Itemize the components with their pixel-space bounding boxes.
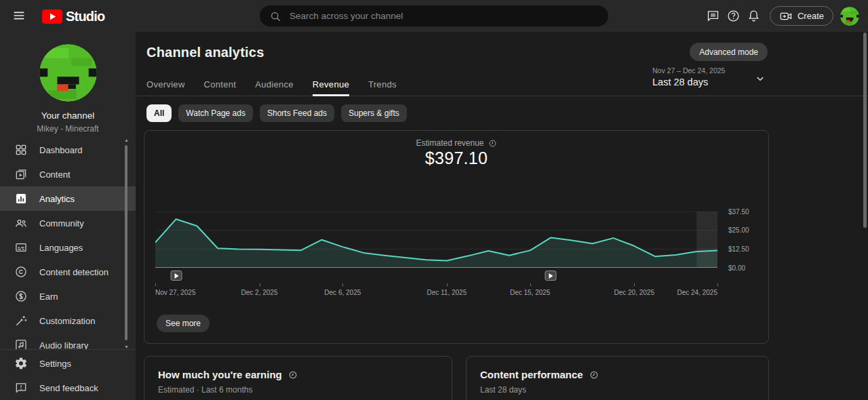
channel-name: Mikey - Minecraft <box>0 124 136 134</box>
x-tick-label: Dec 15, 2025 <box>510 289 551 296</box>
settings-icon <box>14 357 28 370</box>
create-button[interactable]: Create <box>770 6 833 26</box>
tab-content[interactable]: Content <box>195 73 246 96</box>
filter-chip-supers-gifts[interactable]: Supers & gifts <box>341 104 407 122</box>
delayed-data-clock-icon[interactable] <box>589 370 599 380</box>
tab-revenue[interactable]: Revenue <box>303 73 359 96</box>
revenue-chart-card: Estimated revenue $397.10 $37.50$25.00$1… <box>144 130 769 344</box>
video-publish-marker[interactable] <box>170 271 182 281</box>
x-tick <box>447 283 448 286</box>
sidebar-item-content[interactable]: Content <box>0 162 136 186</box>
sidebar-item-customization[interactable]: Customization <box>0 308 136 333</box>
sidebar-item-dashboard[interactable]: Dashboard <box>0 138 136 162</box>
filter-chip-watch-page-ads[interactable]: Watch Page ads <box>178 104 253 122</box>
earning-card-title-text: How much you're earning <box>158 369 282 380</box>
scroll-up-icon[interactable]: ▲ <box>124 138 129 142</box>
chart-plot[interactable] <box>155 208 717 268</box>
y-tick-label: $12.50 <box>728 245 749 253</box>
channel-label: Your channel <box>0 111 136 121</box>
sidebar-nav: DashboardContentAnalyticsCommunityLangua… <box>0 138 136 349</box>
topbar-actions: Create <box>703 0 859 32</box>
metric-header: Estimated revenue <box>144 138 768 148</box>
analytics-tabs: OverviewContentAudienceRevenueTrends <box>136 73 868 96</box>
sidebar-item-label: Customization <box>39 316 95 326</box>
community-icon <box>14 216 28 230</box>
x-axis-ticks <box>155 283 717 286</box>
content-performance-title: Content performance <box>480 369 768 380</box>
sidebar-item-analytics[interactable]: Analytics <box>0 186 136 211</box>
x-tick-label: Dec 24, 2025 <box>677 289 718 296</box>
x-tick <box>342 283 343 286</box>
sidebar-item-label: Earn <box>39 292 58 302</box>
main-content: Channel analytics Advanced mode Nov 27 –… <box>136 32 868 400</box>
earning-card-title: How much you're earning <box>158 369 452 380</box>
sidebar-item-languages[interactable]: Languages <box>0 235 136 260</box>
y-tick-label: $0.00 <box>728 264 745 272</box>
x-tick-label: Dec 2, 2025 <box>241 289 278 296</box>
filter-chip-shorts-feed-ads[interactable]: Shorts Feed ads <box>260 104 334 122</box>
sidebar-item-earn[interactable]: Earn <box>0 284 136 308</box>
video-publish-marker[interactable] <box>545 271 557 281</box>
scroll-down-icon[interactable]: ▼ <box>124 344 129 349</box>
revenue-filter-chips: AllWatch Page adsShorts Feed adsSupers &… <box>146 104 407 122</box>
top-bar: Studio Create <box>0 0 868 32</box>
notifications-bell-icon[interactable] <box>744 6 764 26</box>
sidebar-item-feedback[interactable]: Send feedback <box>0 376 136 400</box>
youtube-studio-logo[interactable]: Studio <box>42 9 104 24</box>
video-publish-markers <box>155 271 717 281</box>
sidebar-item-label: Dashboard <box>39 145 83 155</box>
sidebar-scrollbar[interactable]: ▲ ▼ <box>125 138 128 349</box>
x-tick <box>530 283 531 286</box>
create-camera-icon <box>779 9 793 23</box>
content-performance-card[interactable]: Content performance Last 28 days <box>466 356 769 400</box>
metric-value: $397.10 <box>144 148 768 168</box>
search-icon <box>269 10 281 22</box>
filter-chip-all[interactable]: All <box>146 104 172 122</box>
sidebar-item-settings[interactable]: Settings <box>0 351 136 376</box>
channel-avatar[interactable] <box>39 44 97 102</box>
y-tick-label: $25.00 <box>728 226 749 234</box>
x-tick-label: Dec 20, 2025 <box>614 289 654 296</box>
tab-trends[interactable]: Trends <box>359 73 406 96</box>
x-axis-labels: Nov 27, 2025Dec 2, 2025Dec 6, 2025Dec 11… <box>155 289 717 297</box>
menu-icon[interactable] <box>12 8 26 23</box>
sidebar-item-content-detection[interactable]: Content detection <box>0 260 136 284</box>
sidebar-item-label: Settings <box>39 359 71 369</box>
sidebar-scrollbar-thumb[interactable] <box>125 145 127 340</box>
delayed-data-clock-icon[interactable] <box>288 370 298 380</box>
x-tick <box>634 283 635 286</box>
sidebar-item-audio-library[interactable]: Audio library <box>0 333 136 349</box>
advanced-mode-button[interactable]: Advanced mode <box>690 43 768 61</box>
delayed-data-clock-icon[interactable] <box>488 139 497 148</box>
sidebar-item-label: Audio library <box>39 340 88 350</box>
account-avatar[interactable] <box>840 7 859 26</box>
x-tick-label: Dec 6, 2025 <box>324 289 361 296</box>
content-performance-title-text: Content performance <box>480 369 583 380</box>
tab-overview[interactable]: Overview <box>146 73 195 96</box>
x-tick <box>717 283 718 286</box>
x-tick-label: Nov 27, 2025 <box>155 289 196 296</box>
search-bar[interactable] <box>260 5 608 26</box>
see-more-button[interactable]: See more <box>157 315 210 332</box>
page-title: Channel analytics <box>146 45 264 60</box>
content-icon <box>14 167 28 181</box>
sidebar-footer: SettingsSend feedback <box>0 349 136 400</box>
sidebar-item-label: Send feedback <box>39 383 98 393</box>
brand-text: Studio <box>66 9 104 24</box>
earn-icon <box>14 289 28 303</box>
feedback-icon <box>14 381 28 395</box>
sidebar-item-label: Content <box>39 169 71 180</box>
analytics-icon <box>14 192 28 205</box>
y-tick-label: $37.50 <box>728 208 749 216</box>
search-input[interactable] <box>281 5 608 26</box>
audio-library-icon <box>14 338 28 349</box>
earning-card[interactable]: How much you're earning Estimated · Last… <box>144 356 452 400</box>
revenue-chart-svg <box>155 208 717 268</box>
page-scrollbar-thumb[interactable] <box>863 33 867 228</box>
help-icon[interactable] <box>724 6 744 26</box>
tab-audience[interactable]: Audience <box>245 73 303 96</box>
languages-icon <box>14 241 28 254</box>
feedback-comment-icon[interactable] <box>703 6 724 26</box>
sidebar-item-label: Community <box>39 218 84 228</box>
sidebar-item-community[interactable]: Community <box>0 211 136 235</box>
